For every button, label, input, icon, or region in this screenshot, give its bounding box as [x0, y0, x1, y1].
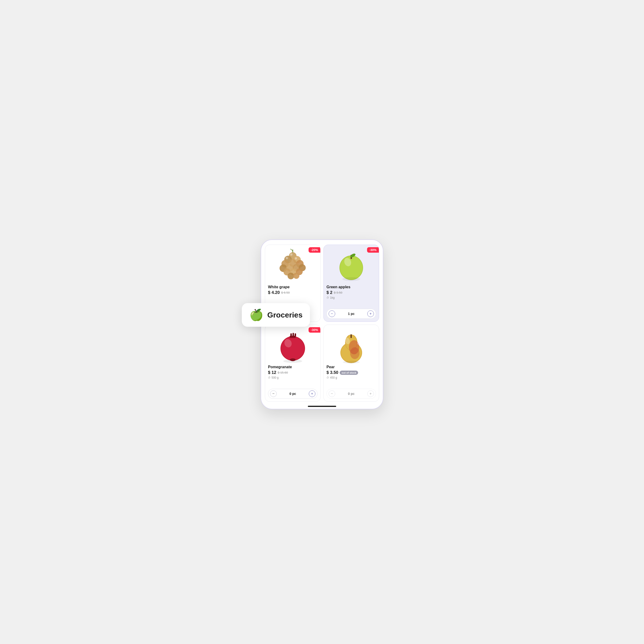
product-card-pear: Pear $ 3.50 out of stock ⏱ 450 g − 0 pc …: [323, 325, 379, 402]
svg-rect-31: [293, 333, 294, 337]
scene: -20%: [242, 225, 402, 419]
price-row-pomegranate: $ 12 $ 15.60: [268, 370, 318, 375]
discount-badge-white-grape: -20%: [309, 247, 320, 253]
price-original-white-grape: $ 6.50: [281, 291, 290, 294]
svg-point-40: [350, 347, 360, 359]
qty-value-green-apples: 1 pc: [335, 312, 367, 316]
price-row-green-apples: $ 2 $ 3.50: [326, 290, 376, 295]
product-image-pomegranate: [268, 328, 318, 363]
out-of-stock-badge-pear: out of stock: [340, 371, 358, 375]
weight-row-pomegranate: ⏱ 500 g: [268, 376, 318, 379]
groceries-emoji: 🍏: [249, 308, 263, 322]
weight-icon-pomegranate: ⏱: [268, 376, 271, 379]
svg-point-34: [283, 360, 302, 363]
svg-point-27: [281, 337, 305, 360]
price-original-green-apples: $ 3.50: [334, 291, 342, 294]
decrement-green-apples[interactable]: −: [329, 310, 335, 317]
svg-point-25: [342, 277, 360, 281]
price-current-green-apples: $ 2: [326, 290, 332, 295]
svg-rect-32: [295, 333, 296, 337]
svg-point-14: [293, 273, 299, 279]
price-row-pear: $ 3.50 out of stock: [326, 370, 376, 375]
product-card-pomegranate: -30%: [265, 325, 321, 402]
increment-green-apples[interactable]: +: [367, 310, 374, 317]
svg-point-17: [295, 257, 297, 259]
svg-point-43: [343, 361, 360, 364]
weight-icon-green-apples: ⏱: [326, 296, 329, 299]
weight-row-pear: ⏱ 450 g: [326, 376, 376, 379]
product-name-pear: Pear: [326, 365, 376, 369]
groceries-card: 🍏 Groceries: [242, 303, 310, 327]
price-row-white-grape: $ 4.20 $ 6.50: [268, 290, 318, 295]
quantity-control-pear: − 0 pc +: [326, 389, 376, 399]
decrement-pear: −: [329, 390, 335, 397]
svg-point-21: [340, 256, 363, 280]
product-card-green-apples: -30%: [323, 245, 379, 322]
price-current-pomegranate: $ 12: [268, 370, 276, 375]
svg-point-16: [286, 257, 288, 259]
qty-value-pomegranate: 0 pc: [277, 392, 309, 396]
weight-value-pear: 450 g: [330, 376, 337, 379]
product-name-green-apples: Green apples: [326, 285, 376, 289]
product-name-pomegranate: Pomegranate: [268, 365, 318, 369]
qty-value-pear: 0 pc: [335, 392, 367, 396]
svg-rect-30: [290, 333, 292, 337]
home-indicator: [308, 406, 336, 407]
price-current-pear: $ 3.50: [326, 370, 338, 375]
quantity-control-pomegranate: − 0 pc +: [268, 389, 318, 399]
product-name-white-grape: White grape: [268, 285, 318, 289]
quantity-control-green-apples: − 1 pc +: [326, 309, 376, 319]
price-original-pomegranate: $ 15.60: [278, 371, 288, 374]
discount-badge-green-apples: -30%: [367, 247, 379, 253]
weight-icon-pear: ⏱: [326, 376, 329, 379]
svg-point-15: [290, 253, 293, 256]
increment-pomegranate[interactable]: +: [309, 390, 315, 397]
increment-pear: +: [367, 390, 374, 397]
svg-rect-42: [351, 334, 352, 338]
svg-point-13: [288, 273, 294, 279]
decrement-pomegranate[interactable]: −: [270, 390, 277, 397]
product-image-white-grape: [268, 248, 318, 283]
product-image-pear: [326, 328, 376, 363]
price-current-white-grape: $ 4.20: [268, 290, 280, 295]
product-image-green-apples: [326, 248, 376, 283]
weight-row-green-apples: ⏱ 1kg: [326, 296, 376, 299]
discount-badge-pomegranate: -30%: [309, 327, 320, 333]
weight-value-pomegranate: 500 g: [272, 376, 279, 379]
groceries-label: Groceries: [267, 311, 302, 319]
weight-value-green-apples: 1kg: [330, 296, 335, 299]
